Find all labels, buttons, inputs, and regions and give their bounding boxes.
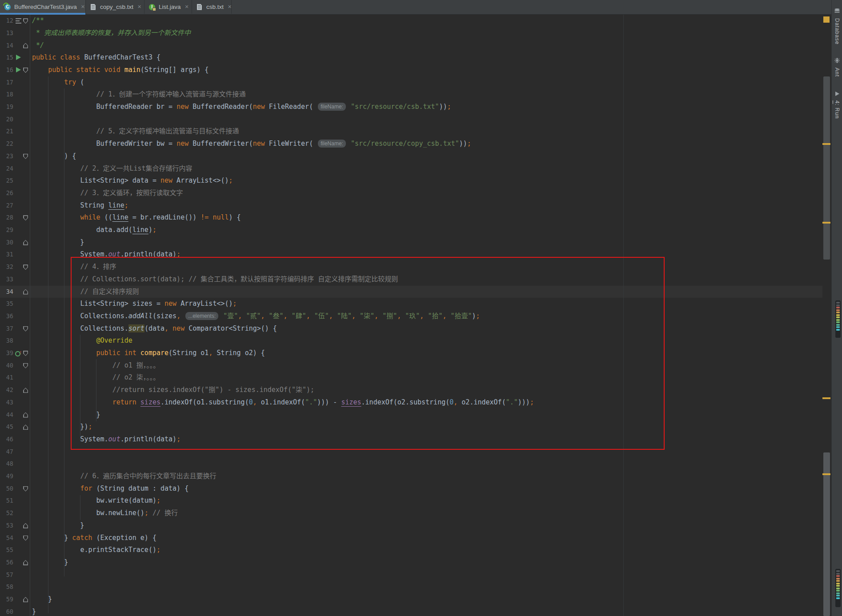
code-line[interactable]: // o1 捌，。。。 — [32, 360, 160, 372]
warning-stripe-mark[interactable] — [822, 473, 830, 475]
fold-start-icon[interactable] — [23, 154, 28, 159]
code-line[interactable]: // 6．遍历集合中的每行文章写出去且要换行 — [32, 470, 217, 483]
inspection-status-square[interactable] — [823, 16, 830, 23]
code-token: sizes — [140, 398, 160, 406]
stripe-button-4-run[interactable]: 4: Run — [832, 90, 842, 119]
lock-overlay-icon — [152, 8, 156, 11]
code-line[interactable]: ) { — [32, 150, 76, 163]
code-line[interactable]: return sizes.indexOf(o1.substring(0, o1.… — [32, 396, 534, 409]
code-line[interactable]: Collections.addAll(sizes, ...elements: "… — [32, 310, 480, 323]
code-line[interactable]: public static void main(String[] args) { — [32, 64, 208, 76]
close-icon[interactable]: ✕ — [81, 4, 85, 10]
run-icon[interactable] — [16, 55, 21, 60]
code-line[interactable]: //return sizes.indexOf("捌") - sizes.inde… — [32, 384, 314, 396]
warning-stripe-mark[interactable] — [822, 222, 830, 224]
scrollbar-thumb[interactable] — [823, 76, 830, 260]
scrollbar-thumb-lower[interactable] — [823, 452, 830, 616]
code-line[interactable]: // 自定义排序规则 — [32, 286, 139, 298]
stripe-button-database[interactable]: Database — [832, 8, 842, 44]
code-line[interactable]: e.printStackTrace(); — [32, 544, 160, 556]
code-line[interactable]: Collections.sort(data, new Comparator<St… — [32, 323, 277, 335]
code-line[interactable]: // 2．定义一共List集合存储行内容 — [32, 163, 192, 175]
fold-start-icon[interactable] — [23, 264, 28, 270]
fold-end-icon[interactable] — [23, 424, 28, 430]
code-line[interactable]: } catch (Exception e) { — [32, 532, 156, 544]
code-line[interactable]: data.add(line); — [32, 224, 156, 236]
code-line[interactable]: } — [32, 409, 100, 421]
fold-start-icon[interactable] — [23, 68, 28, 73]
fold-start-icon[interactable] — [23, 351, 28, 356]
code-line[interactable]: @Override — [32, 335, 132, 347]
scrollbar[interactable] — [822, 0, 831, 616]
code-line[interactable]: String line; — [32, 200, 128, 212]
tab-bufferedchartest3-java[interactable]: CBufferedCharTest3.java✕ — [0, 0, 86, 14]
code-line[interactable]: System.out.println(data); — [32, 433, 180, 446]
code-line[interactable]: System.out.println(data); — [32, 248, 180, 261]
code-line[interactable]: bw.newLine(); // 换行 — [32, 507, 178, 520]
code-token: compare — [140, 349, 168, 357]
fold-start-icon[interactable] — [23, 363, 28, 368]
close-icon[interactable]: ✕ — [228, 4, 232, 10]
code-line[interactable]: List<String> sizes = new ArrayList<>(); — [32, 298, 237, 310]
tab-list-java[interactable]: IList.java✕ — [144, 0, 192, 14]
active-tab-underline — [0, 13, 85, 15]
code-token: ))) - — [317, 398, 341, 406]
equalizer-icon[interactable] — [835, 300, 841, 338]
comment-lines-icon[interactable] — [16, 18, 22, 24]
fold-end-icon[interactable] — [23, 240, 28, 245]
tab-csb-txt[interactable]: csb.txt✕ — [192, 0, 232, 14]
code-line[interactable]: BufferedReader br = new BufferedReader(n… — [32, 101, 451, 113]
text-file-icon — [90, 4, 97, 11]
fold-end-icon[interactable] — [23, 412, 28, 418]
code-line[interactable]: }); — [32, 421, 92, 433]
code-line[interactable]: * 完成出师表顺序的恢复，并存入到另一个新文件中 — [32, 27, 191, 40]
code-editor[interactable]: 12/**13 * 完成出师表顺序的恢复，并存入到另一个新文件中14 */15p… — [0, 14, 822, 616]
fold-start-icon[interactable] — [23, 326, 28, 332]
code-line[interactable]: List<String> data = new ArrayList<>(); — [32, 175, 233, 187]
code-line[interactable]: // 5．定义字符缓冲输出流管道与目标文件接通 — [32, 125, 239, 138]
code-line[interactable]: // 1．创建一个字符缓冲输入流管道与源文件接通 — [32, 88, 246, 101]
code-line[interactable]: BufferedWriter bw = new BufferedWriter(n… — [32, 138, 471, 150]
code-line[interactable]: public int compare(String o1, String o2)… — [32, 347, 265, 360]
warning-stripe-mark[interactable] — [822, 397, 830, 399]
code-line[interactable]: // Collections.sort(data); // 集合工具类，默认按照… — [32, 273, 398, 286]
tab-copy_csb-txt[interactable]: copy_csb.txt✕ — [86, 0, 144, 14]
close-icon[interactable]: ✕ — [185, 4, 189, 10]
fold-end-icon[interactable] — [23, 560, 28, 565]
code-line[interactable]: */ — [32, 40, 44, 52]
code-line[interactable]: try ( — [32, 76, 84, 89]
fold-end-icon[interactable] — [23, 597, 28, 602]
code-line[interactable]: public class BufferedCharTest3 { — [32, 52, 160, 64]
fold-end-icon[interactable] — [23, 43, 28, 48]
code-token: (sizes — [152, 312, 176, 320]
equalizer-icon[interactable] — [835, 569, 841, 607]
code-line[interactable]: // 3．定义循环，按照行读取文字 — [32, 187, 183, 200]
code-line[interactable]: } — [32, 520, 84, 532]
code-token: BufferedReader br = — [96, 103, 177, 111]
fold-end-icon[interactable] — [23, 523, 28, 528]
code-line[interactable]: /** — [32, 15, 44, 27]
run-icon[interactable] — [16, 67, 21, 72]
code-line[interactable]: } — [32, 593, 52, 606]
fold-end-icon[interactable] — [23, 289, 28, 295]
code-token: Collections. — [80, 312, 128, 320]
close-icon[interactable]: ✕ — [137, 4, 141, 10]
overriding-method-icon[interactable]: ↑ — [15, 350, 22, 356]
code-line[interactable]: bw.write(datum); — [32, 495, 160, 507]
code-line[interactable]: } — [32, 556, 68, 569]
code-line[interactable]: } — [32, 606, 36, 616]
fold-start-icon[interactable] — [23, 536, 28, 541]
code-line[interactable]: } — [32, 236, 84, 249]
fold-start-icon[interactable] — [23, 215, 28, 220]
code-line[interactable]: while ((line = br.readLine()) != null) { — [32, 212, 241, 224]
fold-end-icon[interactable] — [23, 388, 28, 393]
code-token: main — [124, 66, 140, 74]
fold-start-icon[interactable] — [23, 18, 28, 24]
code-token — [356, 312, 360, 320]
stripe-button-ant[interactable]: Ant — [832, 57, 842, 77]
warning-stripe-mark[interactable] — [822, 143, 830, 145]
fold-start-icon[interactable] — [23, 486, 28, 492]
code-line[interactable]: // o2 柒，。。。 — [32, 372, 160, 384]
code-line[interactable]: for (String datum : data) { — [32, 483, 188, 495]
code-line[interactable]: // 4．排序 — [32, 261, 116, 273]
